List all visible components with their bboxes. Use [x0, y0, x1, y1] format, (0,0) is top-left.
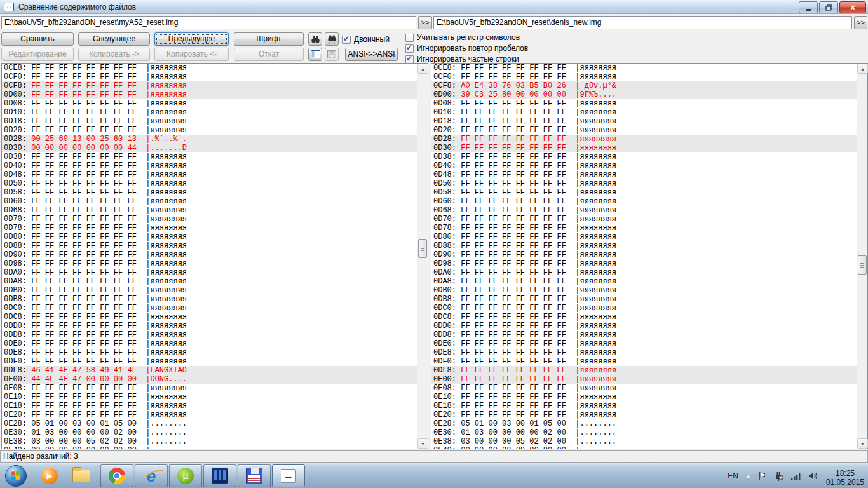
hex-row: 0D98: FF FF FF FF FF FF FF FF |яяяяяяяя — [431, 259, 857, 268]
checkbox-box[interactable]: ✔ — [405, 34, 414, 42]
hex-row: 0D60: FF FF FF FF FF FF FF FF |яяяяяяяя — [431, 197, 857, 206]
binoculars-icon — [311, 36, 320, 43]
power-plug-icon[interactable] — [773, 471, 783, 481]
right-scroll-thumb[interactable] — [858, 255, 867, 274]
find-count-button[interactable] — [325, 32, 339, 46]
right-browse-button[interactable]: >> — [854, 16, 867, 29]
hex-editor-icon — [212, 468, 228, 484]
scroll-down-icon[interactable]: ▼ — [417, 438, 428, 449]
hex-row: 0D30: FF FF FF FF FF FF FF FF |яяяяяяяя — [431, 144, 857, 152]
hex-row: 0E00: FF FF FF FF FF FF FF FF |яяяяяяяя — [431, 375, 857, 384]
right-hex-rows[interactable]: 0CE8: FF FF FF FF FF FF FF FF |яяяяяяяя0… — [431, 64, 857, 449]
checkbox-box[interactable]: ✔ — [405, 55, 414, 64]
left-scroll-thumb[interactable] — [418, 239, 427, 258]
ignore-frequent-lines-checkbox[interactable]: ✔ Игнорировать частые строки — [405, 55, 519, 64]
ignore-frequent-lines-label: Игнорировать частые строки — [417, 55, 519, 64]
clock[interactable]: 18:25 01.05.2015 — [826, 466, 864, 487]
hex-row: 0E40: 00 00 00 00 00 00 00 00 |........ — [431, 446, 857, 449]
hex-row: 0DD8: FF FF FF FF FF FF FF FF |яяяяяяяя — [431, 330, 857, 339]
hex-row: 0D80: FF FF FF FF FF FF FF FF |яяяяяяяя — [431, 233, 857, 241]
checkbox-box[interactable]: ✔ — [405, 44, 414, 53]
hex-row: 0DE0: FF FF FF FF FF FF FF FF |яяяяяяяя — [2, 339, 417, 348]
taskbar-item-hex-editor[interactable] — [203, 464, 236, 487]
left-file-path-input[interactable]: E:\baoUV5r_bfb292andON_reset\myA52_reset… — [1, 16, 416, 29]
taskbar-item-media-player[interactable]: ▶ — [36, 465, 64, 487]
folder-icon — [72, 470, 90, 482]
copy-left-button[interactable]: Копировать <- — [154, 48, 229, 61]
minimize-icon — [806, 9, 811, 11]
hex-row: 0E40: 00 00 00 00 00 00 00 00 |........ — [2, 446, 417, 449]
right-hex-panel: 0CE8: FF FF FF FF FF FF FF FF |яяяяяяяя0… — [431, 63, 868, 449]
binary-checkbox[interactable]: ✔ Двоичный — [342, 35, 390, 44]
taskbar-item-flasher[interactable] — [238, 464, 271, 487]
taskbar-item-utorrent[interactable]: µ — [169, 464, 202, 487]
hex-row: 0CF8: FF FF FF FF FF FF FF FF |яяяяяяяя — [2, 81, 417, 90]
hex-row: 0E30: 01 03 00 00 00 00 02 00 |........ — [2, 428, 417, 437]
language-indicator[interactable]: EN — [728, 471, 738, 480]
media-player-icon: ▶ — [41, 468, 58, 484]
hex-row: 0D70: FF FF FF FF FF FF FF FF |яяяяяяяя — [431, 215, 857, 224]
hex-row: 0DF0: FF FF FF FF FF FF FF FF |яяяяяяяя — [431, 357, 857, 366]
action-center-flag-icon[interactable] — [758, 471, 766, 481]
compare-button[interactable]: Сравнить — [1, 32, 74, 46]
hex-row: 0D08: FF FF FF FF FF FF FF FF |яяяяяяяя — [431, 99, 857, 108]
hex-row: 0D40: FF FF FF FF FF FF FF FF |яяяяяяяя — [2, 161, 417, 170]
volume-speaker-icon[interactable] — [808, 471, 819, 480]
taskbar-item-chrome[interactable] — [100, 464, 133, 487]
hex-row: 0DA0: FF FF FF FF FF FF FF FF |яяяяяяяя — [431, 268, 857, 277]
hex-row: 0D48: FF FF FF FF FF FF FF FF |яяяяяяяя — [431, 170, 857, 179]
find-button[interactable] — [308, 32, 322, 46]
ansi-convert-button[interactable]: ANSI<->ANSI — [345, 48, 398, 61]
hex-row: 0E10: FF FF FF FF FF FF FF FF |яяяяяяяя — [431, 393, 857, 402]
previous-difference-button[interactable]: Предыдущее отличие — [154, 32, 229, 46]
left-hex-rows[interactable]: 0CE8: FF FF FF FF FF FF FF FF |яяяяяяяя0… — [2, 64, 417, 449]
hex-row: 0D90: FF FF FF FF FF FF FF FF |яяяяяяяя — [2, 250, 417, 259]
hex-row: 0D90: FF FF FF FF FF FF FF FF |яяяяяяяя — [431, 250, 857, 259]
edit-button[interactable]: Редактирование — [1, 48, 74, 61]
taskbar-item-internet-explorer[interactable]: e — [135, 464, 168, 487]
hidden-icons-chevron-icon[interactable]: ▲ — [745, 473, 751, 479]
hex-row: 0DA0: FF FF FF FF FF FF FF FF |яяяяяяяя — [2, 268, 417, 277]
taskbar-item-explorer[interactable] — [67, 465, 95, 487]
hex-row: 0D78: FF FF FF FF FF FF FF FF |яяяяяяяя — [431, 224, 857, 233]
save-icon — [327, 50, 336, 58]
check-icon: ✔ — [406, 54, 412, 63]
start-button[interactable] — [5, 465, 27, 487]
hex-row: 0D70: FF FF FF FF FF FF FF FF |яяяяяяяя — [2, 215, 417, 224]
ignore-spaces-checkbox[interactable]: ✔ Игнорировать повтор пробелов — [405, 44, 528, 53]
copy-right-button[interactable]: Копировать -> — [78, 48, 150, 61]
left-scrollbar[interactable]: ▲ ▼ — [417, 64, 428, 449]
font-button[interactable]: Шрифт — [234, 32, 304, 46]
hex-row: 0D80: FF FF FF FF FF FF FF FF |яяяяяяяя — [2, 233, 417, 241]
hex-row: 0E18: FF FF FF FF FF FF FF FF |яяяяяяяя — [2, 402, 417, 410]
right-scrollbar[interactable]: ▲ ▼ — [857, 64, 867, 449]
hex-row: 0DA8: FF FF FF FF FF FF FF FF |яяяяяяяя — [2, 277, 417, 286]
scroll-down-icon[interactable]: ▼ — [857, 438, 868, 449]
hex-row: 0D58: FF FF FF FF FF FF FF FF |яяяяяяяя — [2, 188, 417, 197]
match-case-label: Учитывать регистр символов — [417, 33, 520, 42]
hex-row: 0E28: 05 01 00 03 00 01 05 00 |........ — [431, 419, 857, 428]
hex-row: 0CE8: FF FF FF FF FF FF FF FF |яяяяяяяя — [2, 64, 417, 72]
checkbox-box[interactable]: ✔ — [342, 36, 351, 44]
internet-explorer-icon: e — [147, 468, 156, 484]
hex-row: 0DB8: FF FF FF FF FF FF FF FF |яяяяяяяя — [2, 295, 417, 304]
title-bar: ↔ Сравнение содержимого файлов × — [0, 0, 868, 14]
close-icon: × — [850, 3, 855, 12]
taskbar-item-file-compare[interactable]: ↔ — [272, 464, 305, 487]
minimize-button[interactable] — [799, 1, 818, 13]
check-icon: ✔ — [406, 43, 412, 52]
scroll-up-icon[interactable]: ▲ — [857, 64, 868, 74]
match-case-checkbox[interactable]: ✔ Учитывать регистр символов — [405, 33, 520, 42]
save-button[interactable] — [325, 48, 339, 61]
network-signal-icon[interactable] — [790, 471, 801, 480]
undo-button[interactable]: Откат — [234, 48, 304, 61]
left-browse-button[interactable]: >> — [418, 16, 432, 29]
hex-row: 0D38: FF FF FF FF FF FF FF FF |яяяяяяяя — [431, 152, 857, 161]
hex-row: 0DE8: FF FF FF FF FF FF FF FF |яяяяяяяя — [431, 348, 857, 357]
next-difference-button[interactable]: Следующее отличие — [78, 32, 150, 46]
panel-view-button[interactable] — [308, 48, 322, 61]
right-file-path-input[interactable]: E:\baoUV5r_bfb292andON_reset\denis_new.i… — [433, 16, 852, 29]
close-button[interactable]: × — [839, 1, 866, 13]
scroll-up-icon[interactable]: ▲ — [417, 64, 428, 74]
restore-button[interactable] — [819, 1, 838, 13]
